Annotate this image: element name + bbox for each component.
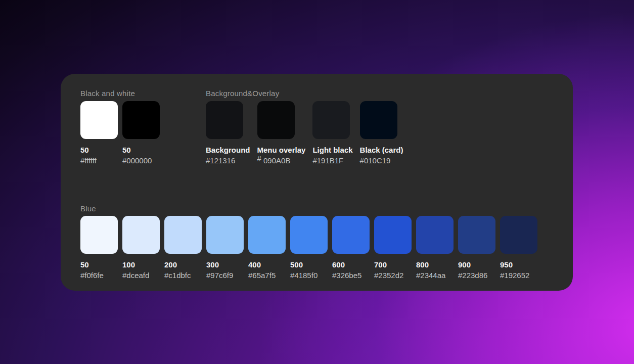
color-swatch[interactable] bbox=[80, 216, 118, 254]
color-swatch-cell: Background #121316 bbox=[206, 101, 250, 165]
swatch-hex: #97c6f9 bbox=[206, 271, 244, 280]
color-swatch[interactable] bbox=[416, 216, 454, 254]
color-palette-card: Black and white 50 #ffffff 50 #000000 Ba… bbox=[61, 74, 573, 291]
swatch-hex: #223d86 bbox=[458, 271, 495, 280]
swatch-row-blue: 50 #f0f6fe 100 #dceafd 200 #c1dbfc 300 #… bbox=[80, 216, 553, 280]
swatch-name: Black (card) bbox=[360, 146, 403, 155]
color-swatch[interactable] bbox=[248, 216, 286, 254]
swatch-hex: #2352d2 bbox=[374, 271, 412, 280]
swatch-name: 100 bbox=[122, 260, 160, 269]
color-swatch-cell: 600 #326be5 bbox=[332, 216, 370, 280]
color-swatch[interactable] bbox=[257, 101, 295, 139]
swatch-name: 500 bbox=[290, 260, 328, 269]
color-swatch[interactable] bbox=[80, 101, 118, 139]
swatch-name: 400 bbox=[248, 260, 286, 269]
color-swatch-cell: 50 #ffffff bbox=[80, 101, 118, 165]
section-title-blue: Blue bbox=[80, 205, 553, 213]
swatch-row-background-overlay: Background #121316 Menu overlay # 090A0B… bbox=[206, 101, 403, 165]
swatch-hex: #dceafd bbox=[122, 271, 160, 280]
section-black-and-white: Black and white 50 #ffffff 50 #000000 bbox=[80, 89, 160, 165]
color-swatch[interactable] bbox=[360, 101, 397, 139]
color-swatch[interactable] bbox=[374, 216, 412, 254]
swatch-row-black-and-white: 50 #ffffff 50 #000000 bbox=[80, 101, 160, 165]
swatch-hex: #4185f0 bbox=[290, 271, 328, 280]
swatch-name: Menu overlay bbox=[257, 146, 306, 155]
color-swatch[interactable] bbox=[312, 101, 350, 139]
swatch-name: 900 bbox=[458, 260, 495, 269]
color-swatch-cell: 400 #65a7f5 bbox=[248, 216, 286, 280]
color-swatch-cell: 800 #2344aa bbox=[416, 216, 454, 280]
swatch-name: 50 bbox=[80, 260, 118, 269]
swatch-name: 600 bbox=[332, 260, 370, 269]
color-swatch[interactable] bbox=[500, 216, 537, 254]
color-swatch[interactable] bbox=[122, 216, 160, 254]
color-swatch[interactable] bbox=[206, 216, 244, 254]
swatch-name: 700 bbox=[374, 260, 412, 269]
hash-symbol: # bbox=[257, 154, 261, 163]
swatch-name: 50 bbox=[80, 146, 118, 155]
color-swatch-cell: Menu overlay # 090A0B bbox=[257, 101, 306, 165]
color-swatch[interactable] bbox=[206, 101, 243, 139]
color-swatch-cell: Light black #191B1F bbox=[312, 101, 352, 165]
section-title-black-and-white: Black and white bbox=[80, 89, 160, 98]
swatch-name: 300 bbox=[206, 260, 244, 269]
color-swatch-cell: 900 #223d86 bbox=[458, 216, 495, 280]
color-swatch-cell: 100 #dceafd bbox=[122, 216, 160, 280]
swatch-name: 800 bbox=[416, 260, 454, 269]
color-swatch-cell: 500 #4185f0 bbox=[290, 216, 328, 280]
color-swatch-cell: 300 #97c6f9 bbox=[206, 216, 244, 280]
color-swatch-cell: 200 #c1dbfc bbox=[164, 216, 202, 280]
color-swatch-cell: 700 #2352d2 bbox=[374, 216, 412, 280]
swatch-hex: #121316 bbox=[206, 156, 250, 165]
color-swatch-cell: 50 #f0f6fe bbox=[80, 216, 118, 280]
color-swatch[interactable] bbox=[164, 216, 202, 254]
swatch-hex: # 090A0B bbox=[257, 156, 306, 165]
swatch-name: Light black bbox=[312, 146, 352, 155]
top-sections-row: Black and white 50 #ffffff 50 #000000 Ba… bbox=[80, 89, 553, 165]
color-swatch-cell: Black (card) #010C19 bbox=[360, 101, 403, 165]
color-swatch[interactable] bbox=[122, 101, 160, 139]
color-swatch[interactable] bbox=[458, 216, 495, 254]
section-title-background-overlay: Background&Overlay bbox=[206, 89, 403, 98]
swatch-hex: #192652 bbox=[500, 271, 537, 280]
swatch-hex: #c1dbfc bbox=[164, 271, 202, 280]
color-swatch-cell: 950 #192652 bbox=[500, 216, 537, 280]
swatch-hex: #ffffff bbox=[80, 156, 118, 165]
swatch-name: 950 bbox=[500, 260, 537, 269]
swatch-name: 200 bbox=[164, 260, 202, 269]
section-blue: Blue 50 #f0f6fe 100 #dceafd 200 #c1dbfc … bbox=[80, 205, 553, 281]
swatch-hex: #326be5 bbox=[332, 271, 370, 280]
color-swatch-cell: 50 #000000 bbox=[122, 101, 160, 165]
swatch-name: Background bbox=[206, 146, 250, 155]
swatch-hex: #000000 bbox=[122, 156, 160, 165]
color-swatch[interactable] bbox=[290, 216, 328, 254]
section-background-overlay: Background&Overlay Background #121316 Me… bbox=[206, 89, 403, 165]
swatch-hex: #f0f6fe bbox=[80, 271, 118, 280]
color-swatch[interactable] bbox=[332, 216, 370, 254]
swatch-hex: #65a7f5 bbox=[248, 271, 286, 280]
swatch-hex: #010C19 bbox=[360, 156, 403, 165]
swatch-name: 50 bbox=[122, 146, 160, 155]
swatch-hex: #2344aa bbox=[416, 271, 454, 280]
swatch-hex: #191B1F bbox=[312, 156, 352, 165]
